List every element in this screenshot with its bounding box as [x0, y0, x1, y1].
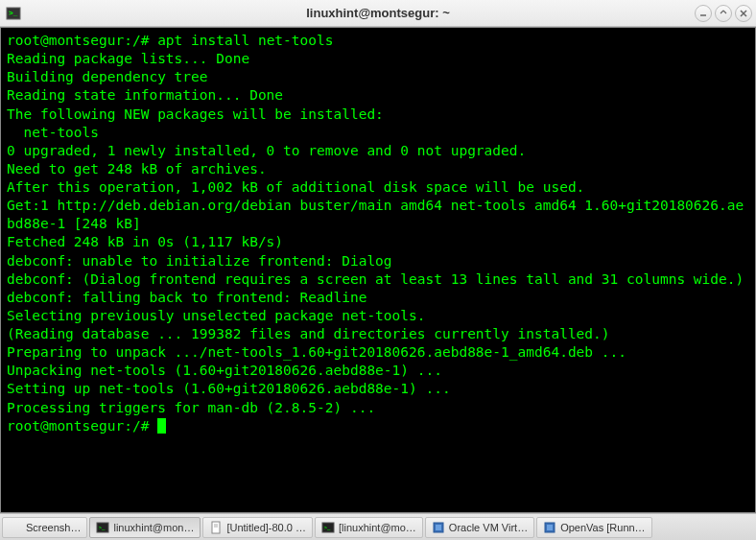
- terminal-output-line: 0 upgraded, 1 newly installed, 0 to remo…: [7, 142, 749, 160]
- svg-text:>_: >_: [9, 9, 18, 17]
- terminal-output-line: Reading state information... Done: [7, 86, 749, 105]
- taskbar-item-label: Screensh…: [26, 522, 81, 533]
- taskbar-item[interactable]: Oracle VM Virt…: [425, 517, 534, 538]
- terminal-output-line: After this operation, 1,002 kB of additi…: [7, 178, 749, 197]
- taskbar-item-label: [linuxhint@mo…: [339, 522, 416, 533]
- window-title: linuxhint@montsegur: ~: [306, 6, 450, 20]
- app-icon: [9, 521, 22, 534]
- svg-rect-15: [547, 525, 553, 530]
- taskbar-item[interactable]: OpenVas [Runn…: [536, 517, 651, 538]
- taskbar: Screensh…>_linuxhint@mon…[Untitled]-80.0…: [0, 513, 756, 540]
- taskbar-item-label: Oracle VM Virt…: [449, 522, 528, 533]
- terminal-output-line: net-tools: [7, 124, 749, 142]
- svg-text:>_: >_: [323, 525, 331, 530]
- svg-text:>_: >_: [99, 525, 106, 530]
- maximize-button[interactable]: [715, 5, 732, 22]
- doc-icon: [209, 521, 223, 534]
- term-icon: >_: [96, 521, 109, 534]
- terminal-output-line: Get:1 http://deb.debian.org/debian buste…: [7, 197, 749, 233]
- close-button[interactable]: [735, 5, 752, 22]
- shell-prompt: root@montsegur:/#: [7, 33, 157, 48]
- svg-rect-13: [436, 525, 441, 530]
- terminal-output-line: Fetched 248 kB in 0s (1,117 kB/s): [7, 233, 749, 251]
- terminal-line: root@montsegur:/#: [7, 417, 749, 435]
- terminal-area[interactable]: root@montsegur:/# apt install net-tools …: [0, 27, 756, 513]
- terminal-line: root@montsegur:/# apt install net-tools: [7, 32, 749, 50]
- terminal-output-line: debconf: (Dialog frontend requires a scr…: [7, 270, 749, 289]
- shell-prompt: root@montsegur:/#: [7, 418, 149, 434]
- terminal-output-line: Selecting previously unselected package …: [7, 307, 749, 325]
- vbox-icon: [432, 521, 445, 534]
- terminal-output-line: Building dependency tree: [7, 68, 749, 86]
- taskbar-item-label: OpenVas [Runn…: [560, 522, 645, 533]
- minimize-button[interactable]: [695, 5, 712, 22]
- taskbar-item[interactable]: >_linuxhint@mon…: [89, 517, 201, 538]
- terminal-output-line: Need to get 248 kB of archives.: [7, 160, 749, 178]
- terminal-output-line: Preparing to unpack .../net-tools_1.60+g…: [7, 343, 749, 362]
- terminal-output-line: Reading package lists... Done: [7, 50, 749, 68]
- vbox-icon: [543, 521, 556, 534]
- terminal-output-line: (Reading database ... 199382 files and d…: [7, 325, 749, 343]
- taskbar-item[interactable]: [Untitled]-80.0 …: [202, 517, 313, 538]
- terminal-output-line: Processing triggers for man-db (2.8.5-2)…: [7, 399, 749, 417]
- cursor: [157, 418, 166, 434]
- svg-rect-7: [212, 522, 220, 533]
- taskbar-item[interactable]: >_[linuxhint@mo…: [315, 517, 423, 538]
- taskbar-item[interactable]: Screensh…: [2, 517, 87, 538]
- window-controls: [695, 5, 752, 22]
- command-text: apt install net-tools: [157, 33, 333, 48]
- term-icon: >_: [321, 521, 335, 534]
- terminal-output-line: debconf: falling back to frontend: Readl…: [7, 289, 749, 307]
- terminal-output-line: debconf: unable to initialize frontend: …: [7, 252, 749, 270]
- taskbar-item-label: [Untitled]-80.0 …: [226, 522, 306, 533]
- terminal-output-line: The following NEW packages will be insta…: [7, 106, 749, 124]
- terminal-output-line: Unpacking net-tools (1.60+git20180626.ae…: [7, 362, 749, 380]
- taskbar-item-label: linuxhint@mon…: [113, 522, 194, 533]
- terminal-icon: >_: [6, 6, 21, 21]
- terminal-output-line: Setting up net-tools (1.60+git20180626.a…: [7, 380, 749, 398]
- window-titlebar: >_ linuxhint@montsegur: ~: [0, 0, 756, 27]
